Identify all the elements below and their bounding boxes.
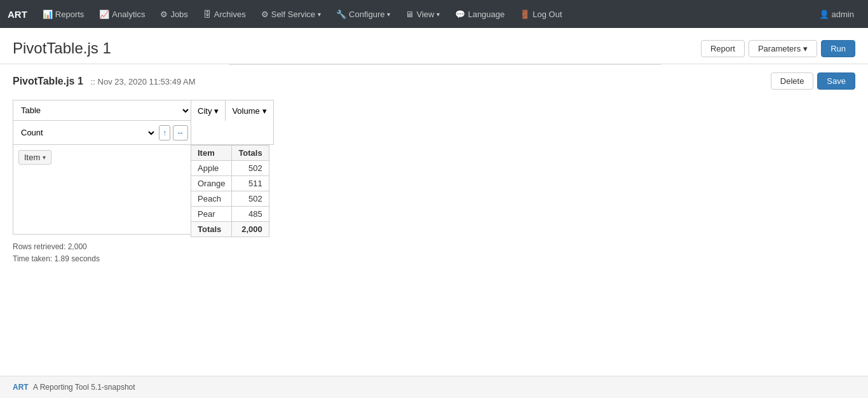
header-actions: Report Parameters ▾ Run <box>701 40 855 57</box>
configure-dropdown-arrow: ▾ <box>387 11 390 18</box>
jobs-icon: ⚙ <box>160 10 168 19</box>
view-icon: 🖥 <box>405 10 414 19</box>
row-totals: 511 <box>232 176 269 191</box>
delete-button[interactable]: Delete <box>771 72 814 90</box>
navbar: ART 📊 Reports 📈 Analytics ⚙ Jobs 🗄 Archi… <box>0 0 868 28</box>
pivot-count-row: Count Sum Average ↑ ↔ <box>13 121 191 145</box>
pivot-item-label: Item <box>24 153 40 162</box>
analytics-icon: 📈 <box>99 10 109 19</box>
nav-logout[interactable]: 🚪 Log Out <box>513 10 568 19</box>
archives-icon: 🗄 <box>203 10 212 19</box>
time-taken: Time taken: 1.89 seconds <box>13 253 855 265</box>
nav-view[interactable]: 🖥 View ▾ <box>399 10 446 19</box>
nav-admin[interactable]: 👤 admin <box>813 10 860 19</box>
col-header-item: Item <box>191 146 232 161</box>
row-totals: 502 <box>232 191 269 207</box>
report-title: PivotTable.js 1 <box>13 76 83 86</box>
row-item: Orange <box>191 176 232 191</box>
row-item: Apple <box>191 161 232 176</box>
brand: ART <box>8 9 27 20</box>
pivot-totals-row: Totals 2,000 <box>191 222 269 237</box>
pivot-city-button[interactable]: City ▾ <box>191 100 226 121</box>
nav-language[interactable]: 💬 Language <box>449 10 511 19</box>
report-actions: Delete Save <box>771 72 855 90</box>
report-button[interactable]: Report <box>701 40 745 57</box>
row-totals: 485 <box>232 207 269 222</box>
page-header: PivotTable.js 1 Report Parameters ▾ Run <box>0 28 868 64</box>
city-label: City <box>198 106 212 116</box>
city-arrow-icon: ▾ <box>214 106 219 116</box>
nav-analytics[interactable]: 📈 Analytics <box>93 10 151 19</box>
row-totals: 502 <box>232 161 269 176</box>
totals-value: 2,000 <box>232 222 269 237</box>
nav-configure[interactable]: 🔧 Configure ▾ <box>330 10 397 19</box>
selfservice-dropdown-arrow: ▾ <box>318 11 321 18</box>
row-item: Pear <box>191 207 232 222</box>
pivot-item-arrow: ▾ <box>43 154 46 161</box>
pivot-controls: Table Bar Chart Line Chart Count Sum Ave… <box>13 100 855 237</box>
admin-icon: 👤 <box>819 10 829 19</box>
table-row: Orange511 <box>191 176 269 191</box>
col-header-totals: Totals <box>232 146 269 161</box>
volume-arrow-icon: ▾ <box>262 106 267 116</box>
nav-selfservice[interactable]: ⚙ Self Service ▾ <box>255 10 327 19</box>
pivot-stats: Rows retrieved: 2,000 Time taken: 1.89 s… <box>13 237 855 265</box>
totals-label: Totals <box>191 222 232 237</box>
table-row: Peach502 <box>191 191 269 207</box>
selfservice-icon: ⚙ <box>261 10 269 19</box>
pivot-area: Table Bar Chart Line Chart Count Sum Ave… <box>0 93 868 271</box>
parameters-dropdown-arrow: ▾ <box>803 44 808 53</box>
parameters-button[interactable]: Parameters ▾ <box>749 40 817 57</box>
row-item: Peach <box>191 191 232 207</box>
language-icon: 💬 <box>455 10 465 19</box>
view-dropdown-arrow: ▾ <box>437 11 440 18</box>
run-button[interactable]: Run <box>821 40 855 57</box>
nav-reports[interactable]: 📊 Reports <box>36 10 91 19</box>
nav-jobs[interactable]: ⚙ Jobs <box>154 10 194 19</box>
pivot-right-panel: City ▾ Volume ▾ Item Totals <box>191 100 274 237</box>
save-button[interactable]: Save <box>817 72 855 90</box>
report-timestamp: :: Nov 23, 2020 11:53:49 AM <box>91 77 196 86</box>
report-header: PivotTable.js 1 :: Nov 23, 2020 11:53:49… <box>0 65 868 93</box>
logout-icon: 🚪 <box>520 10 530 19</box>
pivot-item-area: Item ▾ <box>13 145 191 234</box>
table-row: Apple502 <box>191 161 269 176</box>
reports-icon: 📊 <box>43 10 53 19</box>
configure-icon: 🔧 <box>336 10 346 19</box>
pivot-sort-asc-button[interactable]: ↑ <box>159 125 170 141</box>
pivot-table-wrap: Item Totals Apple502Orange511Peach502Pea… <box>191 145 274 237</box>
pivot-volume-button[interactable]: Volume ▾ <box>226 100 273 121</box>
table-row: Pear485 <box>191 207 269 222</box>
pivot-empty-spacer <box>191 121 274 145</box>
pivot-item-tag[interactable]: Item ▾ <box>18 150 51 165</box>
report-title-area: PivotTable.js 1 :: Nov 23, 2020 11:53:49… <box>13 76 196 87</box>
pivot-sort-desc-button[interactable]: ↔ <box>173 125 188 141</box>
navbar-right: 👤 admin <box>813 10 860 19</box>
volume-label: Volume <box>232 106 259 116</box>
rows-retrieved: Rows retrieved: 2,000 <box>13 241 855 253</box>
page-title: PivotTable.js 1 <box>13 39 701 57</box>
nav-archives[interactable]: 🗄 Archives <box>197 10 252 19</box>
pivot-aggregator-select[interactable]: Count Sum Average <box>16 124 156 142</box>
pivot-table: Item Totals Apple502Orange511Peach502Pea… <box>191 145 269 237</box>
pivot-col-dropdowns: City ▾ Volume ▾ <box>191 100 274 121</box>
pivot-table-select[interactable]: Table Bar Chart Line Chart <box>13 100 191 121</box>
pivot-left-panel: Table Bar Chart Line Chart Count Sum Ave… <box>13 100 191 235</box>
